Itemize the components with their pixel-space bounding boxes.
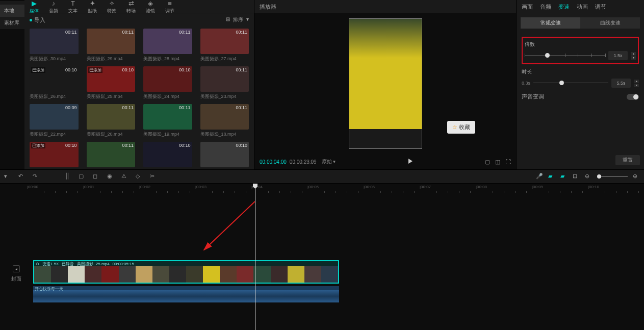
view-options[interactable]: ⊞ 排序 ▾ <box>226 16 249 23</box>
video-clip[interactable]: ⊙ 变速1.5X 已静音 美图摄影_25.mp4 00:00:05:15 <box>33 260 339 284</box>
mic-icon[interactable]: 🎤 <box>536 173 543 180</box>
aspect-ratio[interactable]: 原始 ▾ <box>322 158 336 165</box>
media-item[interactable]: 已添加00:10美图摄影_26.mp4 <box>30 66 79 100</box>
duration-stepper[interactable]: ▴▾ <box>634 80 639 87</box>
media-item[interactable]: 已添加00:10美图摄影_25.mp4 <box>87 66 136 100</box>
sidebar-local[interactable]: 本地 <box>0 5 25 17</box>
ruler-label: |00:09 <box>532 185 543 189</box>
duration-label: 时长 <box>522 68 639 75</box>
favorite-button[interactable]: ☆ 收藏 <box>447 121 475 134</box>
media-item[interactable]: 00:10美图摄影_24.mp4 <box>143 66 192 100</box>
redo-icon[interactable]: ↷ <box>33 173 40 180</box>
media-item[interactable]: 00:10 <box>143 142 192 169</box>
media-item[interactable]: 00:11美图摄影_20.mp4 <box>87 104 136 138</box>
nav-tab-1[interactable]: ♪音频 <box>44 0 63 13</box>
clip-thumb <box>271 266 288 283</box>
duration-value[interactable]: 5.5s <box>611 79 631 88</box>
nav-tab-5[interactable]: ⇄转场 <box>121 0 141 13</box>
media-item[interactable]: 00:11 <box>87 142 136 169</box>
import-button[interactable]: 导入 <box>30 16 45 24</box>
ruler-label: |00:03 <box>195 185 207 189</box>
prop-tab-4[interactable]: 调节 <box>595 3 606 11</box>
annotation-arrow <box>199 199 260 255</box>
preview-icon[interactable]: ⊡ <box>573 173 580 180</box>
split-icon[interactable]: ⎥⎢ <box>64 173 71 180</box>
crop-icon[interactable]: ◻ <box>93 173 100 180</box>
nav-tab-2[interactable]: T文本 <box>63 0 83 13</box>
ruler-label: |00:08 <box>476 185 487 189</box>
nav-tab-6[interactable]: ◈滤镜 <box>141 0 160 13</box>
speed-highlight: 倍数 1.5x ▴▾ <box>522 37 639 64</box>
clip-thumb <box>152 266 169 283</box>
chevron-down-icon: ▾ <box>246 16 249 23</box>
record-icon[interactable]: ◉ <box>107 173 114 180</box>
clip-thumb <box>101 266 118 283</box>
media-item[interactable]: 00:11美图摄影_23.mp4 <box>200 66 249 100</box>
chevron-down-icon[interactable]: ▾ <box>4 173 11 180</box>
zoom-out-icon[interactable]: ⊖ <box>585 173 592 180</box>
prop-tab-0[interactable]: 画面 <box>522 3 533 11</box>
undo-icon[interactable]: ↶ <box>18 173 25 180</box>
nav-tab-3[interactable]: ✦贴纸 <box>83 0 102 13</box>
link-icon[interactable]: ▰ <box>560 173 568 180</box>
media-item[interactable]: 00:11美图摄影_18.mp4 <box>200 104 249 138</box>
clip-thumb <box>220 266 237 283</box>
pitch-toggle[interactable] <box>627 94 639 100</box>
nav-tab-4[interactable]: ✧特效 <box>102 0 121 13</box>
fullscreen-icon[interactable]: ⛶ <box>505 159 511 165</box>
playhead[interactable] <box>255 184 255 330</box>
speed-stepper[interactable]: ▴▾ <box>631 52 636 60</box>
nav-tab-0[interactable]: ▶媒体 <box>24 0 44 13</box>
delete-icon[interactable]: ▢ <box>79 173 86 180</box>
media-item[interactable]: 00:11美图摄影_30.mp4 <box>30 29 79 62</box>
snapshot-icon[interactable]: ▢ <box>485 159 490 165</box>
zoom-in-icon[interactable]: ⊕ <box>633 173 640 180</box>
player-title: 播放器 <box>254 0 516 13</box>
import-label: 导入 <box>34 16 45 24</box>
clip-thumb <box>237 266 253 283</box>
magnet-icon[interactable]: ▰ <box>548 173 555 180</box>
media-item[interactable]: 00:11美图摄影_28.mp4 <box>143 29 192 62</box>
speed-slider[interactable] <box>525 52 605 59</box>
nav-tab-7[interactable]: ≡调节 <box>160 0 179 13</box>
prop-tab-2[interactable]: 变速 <box>558 3 570 11</box>
preview-canvas[interactable] <box>349 18 422 149</box>
play-button[interactable] <box>407 158 414 165</box>
media-item[interactable]: 已添加00:10 <box>30 142 79 169</box>
subtab-curve-speed[interactable]: 曲线变速 <box>580 17 640 29</box>
zoom-slider[interactable] <box>597 176 628 177</box>
reset-button[interactable]: 重置 <box>615 155 640 165</box>
sidebar-library[interactable]: 素材库 <box>0 17 25 29</box>
clip-thumb <box>288 266 304 283</box>
ruler-label: |00:02 <box>139 185 150 189</box>
clip-thumb <box>253 266 270 283</box>
ruler-label: |00:06 <box>364 185 375 189</box>
pitch-label: 声音变调 <box>522 93 544 100</box>
audio-clip[interactable]: 开心快乐每一天 <box>33 286 339 302</box>
duration-slider[interactable] <box>533 80 608 87</box>
clip-thumb <box>34 266 51 283</box>
media-item[interactable]: 00:11美图摄影_29.mp4 <box>87 29 136 62</box>
mirror-icon[interactable]: ⚠ <box>121 173 128 180</box>
crop2-icon[interactable]: ✂ <box>150 173 157 180</box>
waveform <box>33 290 339 302</box>
subtab-normal-speed[interactable]: 常规变速 <box>521 17 580 29</box>
media-item[interactable]: 00:09美图摄影_22.mp4 <box>30 104 79 138</box>
speed-value[interactable]: 1.5x <box>608 51 628 60</box>
clip-thumb <box>321 266 338 283</box>
media-item[interactable]: 00:11美图摄影_27.mp4 <box>200 29 249 62</box>
media-item[interactable]: 00:10 <box>200 142 249 169</box>
prop-tab-3[interactable]: 动画 <box>577 3 588 11</box>
dot-icon <box>30 19 32 21</box>
cover-label[interactable]: 封面 <box>11 275 21 283</box>
rotate-icon[interactable]: ◇ <box>136 173 143 180</box>
prop-tab-1[interactable]: 音频 <box>540 3 551 11</box>
compare-icon[interactable]: ◫ <box>495 159 500 165</box>
media-item[interactable]: 00:11美图摄影_19.mp4 <box>143 104 192 138</box>
clip-thumb <box>169 266 186 283</box>
ruler-label: |00:00 <box>27 185 38 189</box>
clip-thumb <box>186 266 203 283</box>
ruler-label: |00:05 <box>307 185 319 189</box>
track-toggle[interactable]: ◂ <box>13 265 20 272</box>
dur-from: 8.3s <box>522 81 530 86</box>
